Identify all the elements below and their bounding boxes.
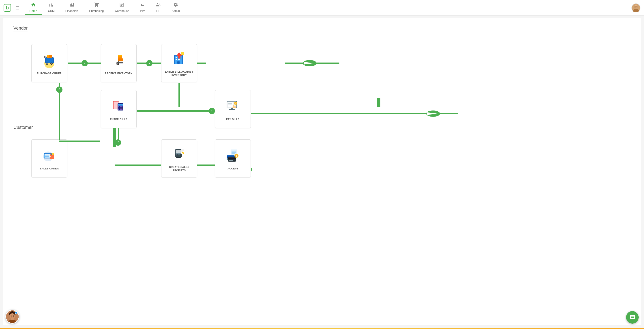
svg-marker-26 xyxy=(427,112,437,115)
svg-marker-22 xyxy=(304,62,314,65)
svg-rect-1 xyxy=(51,4,52,7)
top-navigation: b ☰ Home CRM Financials Purchasing xyxy=(0,0,644,16)
svg-rect-72 xyxy=(118,104,123,106)
svg-rect-102 xyxy=(50,155,54,159)
financials-icon xyxy=(70,2,74,8)
vert-eb-bills xyxy=(178,83,180,107)
svg-point-139 xyxy=(10,313,15,319)
svg-point-45 xyxy=(51,63,52,64)
nav-item-pim[interactable]: PIM xyxy=(136,1,150,15)
home-icon xyxy=(31,2,36,8)
arrow-po-ri: › xyxy=(68,61,101,66)
svg-point-56 xyxy=(117,63,118,65)
hamburger-menu[interactable]: ☰ xyxy=(16,5,20,11)
enter-bills-box[interactable]: ENTER BILLS xyxy=(101,90,136,128)
svg-point-114 xyxy=(178,156,179,156)
svg-point-25 xyxy=(426,111,440,117)
svg-rect-61 xyxy=(176,59,177,60)
receive-inventory-label: RECEIVE INVENTORY xyxy=(103,72,134,75)
create-sales-receipts-icon xyxy=(170,145,188,163)
sales-order-icon: -10 xyxy=(40,146,58,164)
svg-rect-131 xyxy=(228,158,236,159)
svg-rect-3 xyxy=(70,4,71,7)
svg-rect-79 xyxy=(118,109,119,110)
purchasing-icon xyxy=(94,2,99,8)
sales-order-label: SALES ORDER xyxy=(38,167,61,170)
svg-rect-81 xyxy=(121,109,122,110)
nav-item-crm[interactable]: CRM xyxy=(44,1,59,15)
svg-rect-92 xyxy=(233,105,234,107)
sales-order-box[interactable]: -10 SALES ORDER xyxy=(31,139,67,177)
svg-point-112 xyxy=(179,154,180,155)
chat-bubble-button[interactable] xyxy=(626,311,639,324)
enter-bill-against-inventory-box[interactable]: ENTER BILL AGAINST INVENTORY xyxy=(161,44,197,82)
nav-item-warehouse[interactable]: Warehouse xyxy=(110,1,134,15)
svg-rect-76 xyxy=(118,108,119,109)
svg-rect-94 xyxy=(229,109,235,110)
svg-rect-93 xyxy=(231,108,233,109)
svg-rect-133 xyxy=(231,160,233,161)
svg-rect-52 xyxy=(118,55,122,57)
accept-icon: $ xyxy=(224,146,242,164)
accept-box[interactable]: $ ACCEPT xyxy=(215,139,251,177)
svg-rect-40 xyxy=(49,55,52,58)
nav-item-hr[interactable]: HR xyxy=(151,1,165,15)
svg-rect-74 xyxy=(120,106,121,107)
svg-rect-84 xyxy=(228,102,233,107)
svg-text:-10: -10 xyxy=(52,154,54,155)
pim-label: PIM xyxy=(140,9,145,13)
svg-point-43 xyxy=(46,63,48,64)
svg-rect-80 xyxy=(120,109,121,110)
pay-bills-icon: $ xyxy=(224,97,242,115)
purchase-order-box[interactable]: PURCHASE ORDER xyxy=(31,44,67,82)
vert-po-down: ^ xyxy=(59,83,60,140)
svg-point-110 xyxy=(176,154,177,155)
vert-bills-customer xyxy=(118,128,119,141)
svg-rect-41 xyxy=(47,55,49,57)
main-content: Vendor xyxy=(3,18,641,325)
receive-inventory-box[interactable]: RECEIVE INVENTORY xyxy=(101,44,136,82)
warehouse-label: Warehouse xyxy=(114,9,129,13)
hr-icon xyxy=(156,2,161,8)
enter-bill-against-inventory-icon xyxy=(170,50,188,68)
svg-point-8 xyxy=(159,4,160,5)
user-avatar[interactable] xyxy=(632,3,640,12)
svg-rect-59 xyxy=(176,57,177,58)
nav-items-container: Home CRM Financials Purchasing Warehouse xyxy=(25,1,632,15)
enter-bills-icon xyxy=(110,97,128,115)
svg-rect-63 xyxy=(177,61,180,64)
nav-item-purchasing[interactable]: Purchasing xyxy=(85,1,108,15)
enter-bill-against-inventory-label: ENTER BILL AGAINST INVENTORY xyxy=(162,70,197,77)
pim-icon xyxy=(140,2,145,8)
arrow-bills-paybills: › xyxy=(137,109,215,113)
svg-rect-38 xyxy=(46,58,53,63)
nav-item-home[interactable]: Home xyxy=(25,1,42,15)
svg-rect-132 xyxy=(229,160,231,161)
svg-rect-109 xyxy=(176,150,181,153)
svg-rect-75 xyxy=(121,106,122,107)
nav-item-admin[interactable]: Admin xyxy=(167,1,184,15)
nav-item-financials[interactable]: Financials xyxy=(61,1,83,15)
customer-section-label: Customer xyxy=(14,125,33,131)
svg-text:$: $ xyxy=(236,155,237,157)
admin-label: Admin xyxy=(172,9,180,13)
create-sales-receipts-label: CREATE SALES RECEIPTS xyxy=(162,165,197,172)
create-sales-receipts-box[interactable]: CREATE SALES RECEIPTS xyxy=(161,139,197,177)
bottom-user-avatar[interactable] xyxy=(5,310,19,324)
svg-rect-0 xyxy=(50,4,50,7)
receive-inventory-icon xyxy=(110,51,128,69)
svg-text:$: $ xyxy=(235,103,236,105)
svg-point-140 xyxy=(11,315,12,317)
enter-bills-label: ENTER BILLS xyxy=(108,118,129,121)
svg-rect-143 xyxy=(8,320,16,323)
pay-bills-box[interactable]: $ PAY BILLS xyxy=(215,90,251,128)
svg-rect-77 xyxy=(120,108,121,109)
svg-rect-5 xyxy=(72,5,73,7)
svg-rect-6 xyxy=(73,3,74,7)
purchasing-label: Purchasing xyxy=(89,9,104,13)
user-notification-badge xyxy=(15,311,18,314)
app-logo[interactable]: b xyxy=(4,4,11,12)
down-arrow-customer: ˅ xyxy=(115,139,121,146)
pay-bills-label: PAY BILLS xyxy=(224,118,242,121)
purchase-order-label: PURCHASE ORDER xyxy=(35,72,64,75)
